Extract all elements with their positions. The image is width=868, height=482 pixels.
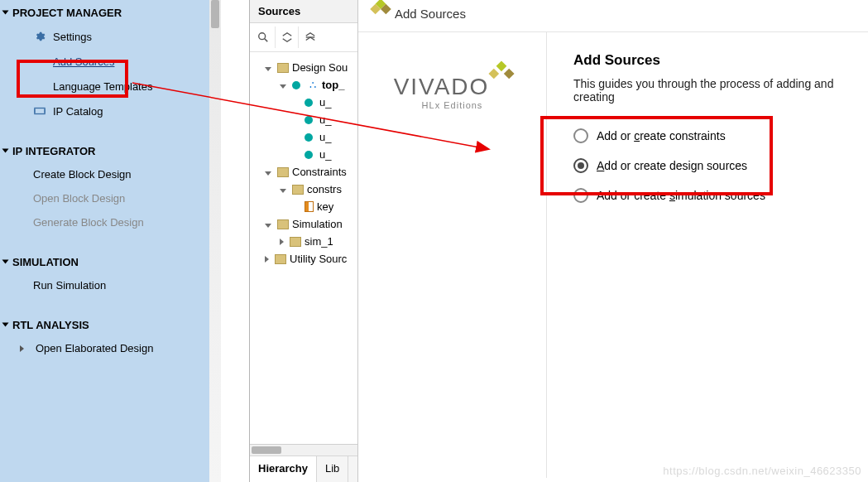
- blank-icon: [33, 55, 46, 68]
- sidebar-item-language-templates[interactable]: Language Templates: [0, 74, 221, 99]
- sidebar-item-ip-catalog[interactable]: IP Catalog: [0, 99, 221, 123]
- tree-node-label: u_: [319, 148, 331, 161]
- tree-node-label: u_: [319, 113, 331, 126]
- tree-node[interactable]: u_: [257, 94, 354, 111]
- radio-option-1[interactable]: Add or create design sources: [573, 152, 861, 181]
- twisty-closed-icon: [265, 253, 271, 265]
- svg-rect-1: [34, 109, 36, 110]
- tree-node-label: key: [317, 200, 333, 213]
- twisty-open-icon: [265, 61, 274, 74]
- branding-subtitle: HLx Editions: [394, 100, 511, 110]
- vivado-small-icon: [370, 5, 386, 22]
- svg-point-5: [259, 33, 266, 40]
- gear-icon: [33, 30, 46, 43]
- tree-node[interactable]: Constraints: [257, 163, 354, 181]
- sidebar-label: Open Block Design: [33, 192, 125, 205]
- tree-node[interactable]: Utility Sourc: [257, 250, 354, 268]
- dialog-heading: Add Sources: [573, 52, 861, 69]
- sources-h-scrollbar[interactable]: [250, 444, 357, 455]
- twisty-open-icon: [280, 79, 289, 91]
- tree-node-label: Simulation: [292, 218, 343, 230]
- sources-tree[interactable]: Design Sou∴top_u_u_u_u_ Constraints cons…: [250, 52, 357, 271]
- section-simulation[interactable]: SIMULATION: [0, 249, 221, 273]
- sidebar-item-create-block-design[interactable]: Create Block Design: [0, 162, 221, 186]
- search-button[interactable]: [252, 27, 275, 48]
- sidebar-label: Language Templates: [53, 80, 152, 93]
- tree-node[interactable]: u_: [257, 111, 354, 128]
- expand-all-button[interactable]: [298, 27, 321, 48]
- blank-icon: [33, 80, 46, 93]
- svg-rect-3: [44, 109, 46, 110]
- sidebar-label: Generate Block Design: [33, 216, 144, 229]
- folder-icon: [290, 237, 301, 247]
- dialog-branding-pane: VIVADO HLx Editions: [358, 32, 547, 478]
- radio-button-icon: [573, 158, 588, 173]
- sidebar-item-generate-block-design: Generate Block Design: [0, 210, 221, 234]
- source-type-radio-group: Add or create constraintsAdd or create d…: [573, 122, 861, 211]
- sidebar-label: Add Sources: [53, 55, 114, 68]
- twisty-open-icon: [265, 166, 274, 178]
- tree-node[interactable]: constrs: [257, 181, 354, 198]
- dialog-content-pane: Add Sources This guides you through the …: [547, 32, 868, 478]
- sidebar-item-settings[interactable]: Settings: [0, 24, 221, 49]
- tree-node[interactable]: Design Sou: [257, 59, 354, 76]
- module-dot-icon: [305, 133, 313, 142]
- twisty-closed-icon: [280, 235, 286, 248]
- dialog-titlebar: Add Sources: [358, 0, 868, 32]
- sidebar-item-open-elaborated-design[interactable]: Open Elaborated Design: [0, 336, 221, 360]
- tree-node[interactable]: u_: [257, 128, 354, 146]
- branding-wordmark: VIVADO: [394, 74, 490, 99]
- tree-node[interactable]: Simulation: [257, 215, 354, 233]
- folder-icon: [277, 167, 289, 177]
- sidebar-item-run-simulation[interactable]: Run Simulation: [0, 273, 221, 297]
- tree-node[interactable]: sim_1: [257, 233, 354, 250]
- radio-label: Add or create simulation sources: [597, 189, 765, 202]
- radio-label: Add or create constraints: [597, 129, 726, 142]
- radio-button-icon: [573, 128, 588, 143]
- radio-option-0[interactable]: Add or create constraints: [573, 122, 861, 152]
- folder-icon: [277, 63, 289, 73]
- tree-node-label: Utility Sourc: [290, 253, 347, 265]
- constraints-file-icon: [305, 201, 314, 212]
- module-dot-icon: [305, 99, 313, 107]
- ip-icon: [33, 104, 46, 118]
- tree-node[interactable]: key: [257, 198, 354, 215]
- svg-rect-0: [35, 108, 45, 114]
- sidebar-label: IP Catalog: [53, 105, 103, 118]
- gutter: [221, 0, 249, 482]
- sidebar-label: Settings: [53, 31, 92, 43]
- tree-node-label: constrs: [307, 183, 342, 195]
- dialog-description: This guides you through the process of a…: [573, 77, 861, 104]
- twisty-open-icon: [280, 183, 289, 195]
- sidebar-item-open-block-design: Open Block Design: [0, 186, 221, 210]
- sources-panel: Sources Design Sou∴top_u_u_u_u_ Constrai…: [249, 0, 358, 482]
- hierarchy-icon: ∴: [307, 79, 319, 91]
- sidebar-item-add-sources[interactable]: Add Sources: [0, 49, 221, 74]
- folder-icon: [292, 185, 304, 195]
- navigator-sidebar: PROJECT MANAGER Settings Add Sources Lan…: [0, 0, 221, 482]
- tree-node[interactable]: u_: [257, 146, 354, 163]
- sources-tabs: Hierarchy Lib: [250, 455, 357, 482]
- tree-node[interactable]: ∴top_: [257, 76, 354, 94]
- chevron-right-icon: [20, 345, 24, 352]
- collapse-all-button[interactable]: [275, 27, 298, 48]
- sidebar-scrollbar[interactable]: [209, 0, 221, 482]
- svg-rect-2: [34, 111, 36, 112]
- sidebar-label: Open Elaborated Design: [36, 342, 153, 354]
- radio-button-icon: [573, 188, 588, 203]
- section-project-manager[interactable]: PROJECT MANAGER: [0, 0, 221, 24]
- section-rtl-analysis[interactable]: RTL ANALYSIS: [0, 312, 221, 336]
- tree-node-label: Design Sou: [292, 61, 348, 74]
- dialog-title-text: Add Sources: [395, 7, 466, 21]
- tree-node-label: top_: [322, 79, 344, 91]
- sources-panel-title: Sources: [250, 0, 357, 23]
- section-ip-integrator[interactable]: IP INTEGRATOR: [0, 138, 221, 162]
- sidebar-label: Create Block Design: [33, 168, 132, 181]
- folder-icon: [275, 254, 286, 264]
- radio-label: Add or create design sources: [597, 159, 747, 172]
- tab-libraries[interactable]: Lib: [317, 456, 348, 482]
- tab-hierarchy[interactable]: Hierarchy: [250, 456, 317, 482]
- svg-rect-4: [44, 111, 46, 112]
- svg-line-6: [265, 39, 268, 42]
- radio-option-2[interactable]: Add or create simulation sources: [573, 181, 861, 211]
